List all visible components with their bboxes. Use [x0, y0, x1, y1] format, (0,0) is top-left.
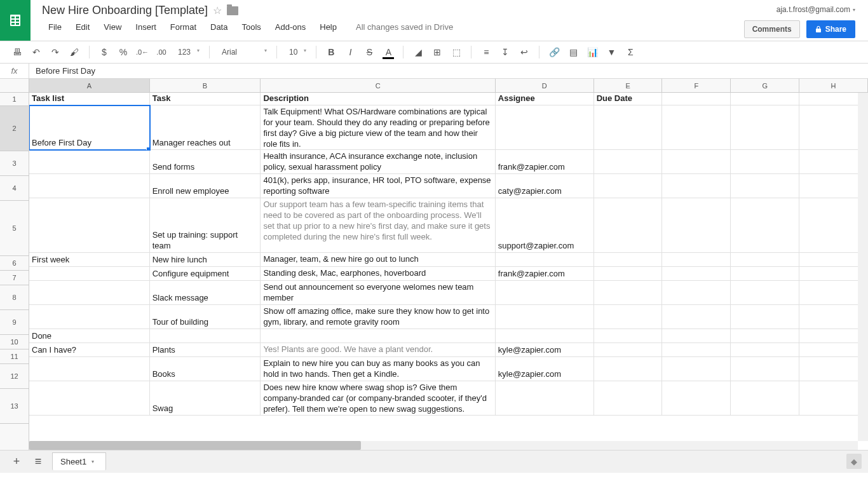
- cell-C12[interactable]: Explain to new hire you can buy as many …: [261, 357, 495, 381]
- horizontal-scrollbar[interactable]: [29, 441, 858, 450]
- cell-F11[interactable]: [662, 343, 731, 357]
- cell-G12[interactable]: [731, 357, 799, 381]
- number-format-select[interactable]: 123: [172, 44, 203, 60]
- menu-help[interactable]: Help: [313, 20, 343, 34]
- cell-F7[interactable]: [662, 267, 731, 281]
- cell-D1[interactable]: Assignee: [496, 93, 594, 105]
- explore-button[interactable]: ◆: [846, 454, 862, 469]
- cell-C11[interactable]: Yes! Plants are good. We have a plant ve…: [261, 343, 495, 357]
- italic-icon[interactable]: I: [342, 44, 358, 60]
- filter-icon[interactable]: ▼: [603, 44, 620, 60]
- col-header-C[interactable]: C: [261, 79, 495, 92]
- cell-C5[interactable]: Our support team has a few team-specific…: [261, 198, 495, 253]
- cell-B8[interactable]: Slack message: [150, 281, 261, 305]
- increase-decimal-icon[interactable]: .00: [153, 44, 170, 60]
- row-header-6[interactable]: 6: [0, 256, 29, 271]
- font-select[interactable]: Arial: [216, 44, 270, 60]
- cell-E6[interactable]: [594, 253, 663, 267]
- cell-C13[interactable]: Does new hire know where swag shop is? G…: [261, 381, 495, 416]
- cell-A7[interactable]: [29, 267, 150, 281]
- cell-F3[interactable]: [662, 150, 731, 174]
- col-header-A[interactable]: A: [29, 79, 150, 92]
- cell-C3[interactable]: Health insurance, ACA insurance exchange…: [261, 150, 495, 174]
- col-header-D[interactable]: D: [496, 79, 594, 92]
- cell-A5[interactable]: [29, 198, 150, 253]
- row-header-10[interactable]: 10: [0, 335, 29, 349]
- row-header-12[interactable]: 12: [0, 364, 29, 389]
- cell-E11[interactable]: [594, 343, 663, 357]
- cell-B3[interactable]: Send forms: [150, 150, 261, 174]
- cell-G11[interactable]: [731, 343, 799, 357]
- menu-format[interactable]: Format: [164, 20, 203, 34]
- cell-C1[interactable]: Description: [261, 93, 495, 105]
- cell-A8[interactable]: [29, 281, 150, 305]
- cell-F5[interactable]: [662, 198, 731, 253]
- formula-input[interactable]: Before First Day: [29, 66, 868, 76]
- cell-E7[interactable]: [594, 267, 663, 281]
- percent-icon[interactable]: %: [115, 44, 132, 60]
- redo-icon[interactable]: ↷: [47, 44, 64, 60]
- cell-B6[interactable]: New hire lunch: [150, 253, 261, 267]
- cell-A1[interactable]: Task list: [29, 93, 150, 105]
- folder-icon[interactable]: [227, 6, 238, 15]
- cell-F10[interactable]: [662, 329, 731, 343]
- all-sheets-button[interactable]: ≡: [31, 454, 46, 470]
- cell-G13[interactable]: [731, 381, 799, 416]
- cell-A4[interactable]: [29, 174, 150, 198]
- row-header-2[interactable]: 2: [0, 106, 29, 151]
- cell-E9[interactable]: [594, 305, 663, 329]
- paint-format-icon[interactable]: 🖌: [66, 44, 83, 60]
- cell-C2[interactable]: Talk Equipment! What OS/Hardware combina…: [261, 105, 495, 150]
- cell-C8[interactable]: Send out announcement so everyone welome…: [261, 281, 495, 305]
- spreadsheet-grid[interactable]: ABCDEFGH 12345678910111213 Task listTask…: [0, 79, 868, 450]
- cell-D3[interactable]: frank@zapier.com: [496, 150, 594, 174]
- cell-B12[interactable]: Books: [150, 357, 261, 381]
- cell-B4[interactable]: Enroll new employee: [150, 174, 261, 198]
- cell-C7[interactable]: Standing desk, Mac, earphones, hoverboar…: [261, 267, 495, 281]
- star-icon[interactable]: ☆: [213, 4, 222, 17]
- cell-F12[interactable]: [662, 357, 731, 381]
- comment-icon[interactable]: ▤: [565, 44, 581, 60]
- cell-D7[interactable]: frank@zapier.com: [496, 267, 594, 281]
- cell-D6[interactable]: [496, 253, 594, 267]
- cell-E3[interactable]: [594, 150, 663, 174]
- cell-G4[interactable]: [731, 174, 799, 198]
- cell-D5[interactable]: support@zapier.com: [496, 198, 594, 253]
- row-header-4[interactable]: 4: [0, 176, 29, 201]
- merge-icon[interactable]: ⬚: [448, 44, 465, 60]
- cell-F4[interactable]: [662, 174, 731, 198]
- cell-F2[interactable]: [662, 105, 731, 150]
- row-header-7[interactable]: 7: [0, 271, 29, 285]
- cell-C6[interactable]: Manager, team, & new hire go out to lunc…: [261, 253, 495, 267]
- cell-D12[interactable]: kyle@zapier.com: [496, 357, 594, 381]
- cell-F1[interactable]: [662, 93, 731, 105]
- share-button[interactable]: Share: [806, 20, 855, 38]
- cell-G5[interactable]: [731, 198, 799, 253]
- cell-D9[interactable]: [496, 305, 594, 329]
- cell-E1[interactable]: Due Date: [594, 93, 663, 105]
- cell-C4[interactable]: 401(k), perks app, insurance, HR tool, P…: [261, 174, 495, 198]
- cell-E13[interactable]: [594, 381, 663, 416]
- col-header-E[interactable]: E: [594, 79, 663, 92]
- col-header-F[interactable]: F: [662, 79, 731, 92]
- cell-C10[interactable]: [261, 329, 495, 343]
- menu-view[interactable]: View: [97, 20, 128, 34]
- cell-B5[interactable]: Set up training: support team: [150, 198, 261, 253]
- cell-B7[interactable]: Configure equipment: [150, 267, 261, 281]
- cell-G10[interactable]: [731, 329, 799, 343]
- cell-B9[interactable]: Tour of building: [150, 305, 261, 329]
- cell-E4[interactable]: [594, 174, 663, 198]
- row-header-3[interactable]: 3: [0, 151, 29, 176]
- menu-add-ons[interactable]: Add-ons: [269, 20, 312, 34]
- menu-tools[interactable]: Tools: [235, 20, 267, 34]
- col-header-B[interactable]: B: [150, 79, 261, 92]
- cell-B2[interactable]: Manager reaches out: [150, 105, 261, 150]
- functions-icon[interactable]: Σ: [622, 44, 639, 60]
- cell-G2[interactable]: [731, 105, 799, 150]
- currency-icon[interactable]: $: [96, 44, 112, 60]
- sheets-logo[interactable]: [0, 0, 31, 41]
- bold-icon[interactable]: B: [323, 44, 339, 60]
- cell-E5[interactable]: [594, 198, 663, 253]
- chart-icon[interactable]: 📊: [584, 44, 600, 60]
- text-color-icon[interactable]: A: [380, 44, 397, 60]
